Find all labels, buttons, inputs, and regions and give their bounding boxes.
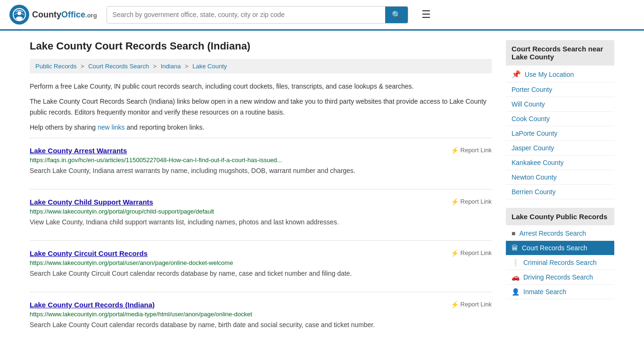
- sidebar-link-label-0: Arrest Records Search: [519, 230, 586, 237]
- public-link-3[interactable]: 🚗Driving Records Search: [506, 270, 614, 285]
- result-desc-0: Search Lake County, Indiana arrest warra…: [30, 166, 492, 176]
- sidebar-link-label-3: Driving Records Search: [523, 273, 593, 281]
- result-url-1: https://www.lakecountyin.org/portal/grou…: [30, 208, 492, 215]
- sidebar-icon-1: 🏛: [512, 244, 518, 252]
- sidebar-icon-2: ❕: [512, 259, 520, 266]
- logo-text: CountyOffice.org: [32, 10, 97, 20]
- search-input[interactable]: [107, 7, 385, 22]
- search-bar: 🔍: [107, 6, 408, 24]
- result-header: Lake County Court Records (Indiana) ⚡ Re…: [30, 301, 492, 309]
- public-link-0[interactable]: ■Arrest Records Search: [506, 226, 614, 241]
- result-desc-1: View Lake County, Indiana child support …: [30, 217, 492, 227]
- search-button[interactable]: 🔍: [385, 7, 408, 23]
- description-3: Help others by sharing new links and rep…: [30, 122, 492, 132]
- breadcrumb-sep-2: >: [153, 63, 157, 70]
- result-url-3: https://www.lakecountyin.org/portal/medi…: [30, 311, 492, 318]
- public-links-list: ■Arrest Records Search🏛Court Records Sea…: [506, 226, 614, 299]
- breadcrumb-indiana[interactable]: Indiana: [161, 63, 181, 70]
- result-url-2: https://www.lakecountyin.org/portal/user…: [30, 259, 492, 266]
- sidebar-near-title: Court Records Search near Lake County: [506, 40, 614, 66]
- breadcrumb-public-records[interactable]: Public Records: [35, 63, 76, 70]
- near-county-link-6[interactable]: Newton County: [506, 170, 614, 185]
- pin-icon: 📌: [512, 70, 521, 79]
- result-item: Lake County Child Support Warrants ⚡ Rep…: [30, 189, 492, 227]
- near-county-link-7[interactable]: Berrien County: [506, 185, 614, 199]
- report-icon: ⚡: [451, 147, 459, 154]
- sidebar-public-section: Lake County Public Records ■Arrest Recor…: [506, 208, 614, 299]
- report-icon: ⚡: [451, 198, 459, 206]
- report-link-0[interactable]: ⚡ Report Link: [451, 147, 492, 154]
- report-icon: ⚡: [451, 249, 459, 257]
- sidebar-icon-3: 🚗: [512, 273, 520, 281]
- near-county-link-2[interactable]: Cook County: [506, 112, 614, 126]
- page-container: Lake County Court Records Search (Indian…: [20, 31, 624, 353]
- result-title-3[interactable]: Lake County Court Records (Indiana): [30, 301, 155, 309]
- sidebar-link-label-1: Court Records Search: [522, 244, 587, 252]
- results-container: Lake County Arrest Warrants ⚡ Report Lin…: [30, 138, 492, 330]
- breadcrumb-sep-3: >: [185, 63, 189, 70]
- result-item: Lake County Circuit Court Records ⚡ Repo…: [30, 240, 492, 279]
- near-county-link-1[interactable]: Will County: [506, 97, 614, 112]
- result-header: Lake County Arrest Warrants ⚡ Report Lin…: [30, 147, 492, 155]
- new-links-link[interactable]: new links: [98, 123, 125, 131]
- near-county-link-4[interactable]: Jasper County: [506, 141, 614, 156]
- breadcrumb-sep-1: >: [81, 63, 84, 70]
- sidebar-icon-4: 👤: [512, 288, 520, 296]
- description-1: Perform a free Lake County, IN public co…: [30, 81, 492, 91]
- near-county-link-3[interactable]: LaPorte County: [506, 126, 614, 141]
- result-item: Lake County Court Records (Indiana) ⚡ Re…: [30, 292, 492, 330]
- svg-point-2: [16, 16, 23, 20]
- report-link-2[interactable]: ⚡ Report Link: [451, 249, 492, 257]
- result-title-0[interactable]: Lake County Arrest Warrants: [30, 147, 127, 155]
- sidebar-public-title: Lake County Public Records: [506, 208, 614, 225]
- logo-icon: [9, 5, 29, 25]
- result-item: Lake County Arrest Warrants ⚡ Report Lin…: [30, 138, 492, 176]
- result-title-1[interactable]: Lake County Child Support Warrants: [30, 198, 153, 206]
- result-url-0: https://faqs.in.gov/hc/en-us/articles/11…: [30, 156, 492, 164]
- result-desc-3: Search Lake County Court calendar record…: [30, 320, 492, 330]
- main-content: Lake County Court Records Search (Indian…: [30, 40, 492, 343]
- public-link-4[interactable]: 👤Inmate Search: [506, 285, 614, 299]
- report-link-1[interactable]: ⚡ Report Link: [451, 198, 492, 206]
- site-header: CountyOffice.org 🔍 ☰: [0, 0, 644, 31]
- breadcrumb-court-records[interactable]: Court Records Search: [88, 63, 149, 70]
- public-link-1[interactable]: 🏛Court Records Search: [506, 241, 614, 255]
- report-icon: ⚡: [451, 301, 459, 308]
- sidebar: Court Records Search near Lake County 📌 …: [506, 40, 614, 343]
- breadcrumb-lake-county[interactable]: Lake County: [192, 63, 227, 70]
- breadcrumb: Public Records > Court Records Search > …: [30, 59, 492, 74]
- near-counties-list: Porter CountyWill CountyCook CountyLaPor…: [506, 82, 614, 199]
- public-link-2[interactable]: ❕Criminal Records Search: [506, 255, 614, 270]
- logo-link[interactable]: CountyOffice.org: [9, 5, 97, 25]
- menu-button[interactable]: ☰: [418, 7, 435, 23]
- use-location-label: Use My Location: [525, 71, 574, 78]
- result-title-2[interactable]: Lake County Circuit Court Records: [30, 249, 148, 257]
- sidebar-near-section: Court Records Search near Lake County 📌 …: [506, 40, 614, 199]
- sidebar-icon-0: ■: [512, 230, 515, 237]
- result-desc-2: Search Lake County Circuit Court calenda…: [30, 269, 492, 279]
- near-county-link-5[interactable]: Kankakee County: [506, 156, 614, 170]
- use-location-link[interactable]: 📌 Use My Location: [506, 66, 614, 82]
- result-header: Lake County Child Support Warrants ⚡ Rep…: [30, 198, 492, 206]
- report-link-3[interactable]: ⚡ Report Link: [451, 301, 492, 308]
- near-county-link-0[interactable]: Porter County: [506, 82, 614, 97]
- sidebar-link-label-4: Inmate Search: [523, 288, 566, 296]
- sidebar-link-label-2: Criminal Records Search: [523, 259, 597, 266]
- page-title: Lake County Court Records Search (Indian…: [30, 40, 492, 52]
- result-header: Lake County Circuit Court Records ⚡ Repo…: [30, 249, 492, 257]
- description-2: The Lake County Court Records Search (In…: [30, 96, 492, 117]
